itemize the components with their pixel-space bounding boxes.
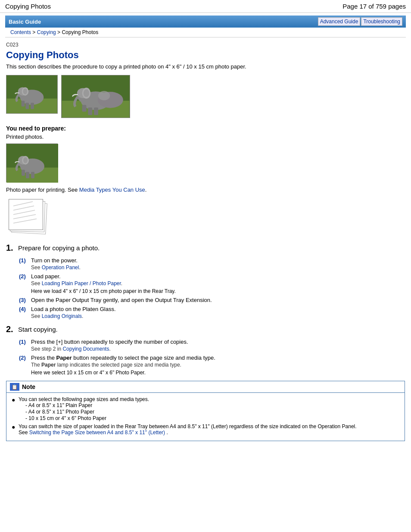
step-1-1-num: (1) <box>19 257 28 264</box>
step-1-4: (4) Load a photo on the Platen Glass. Se… <box>19 306 405 319</box>
step-2-2-text: Press the Paper button repeatedly to sel… <box>31 355 215 361</box>
note-sub-1: - A4 or 8.5" x 11" Plain Paper <box>25 402 149 408</box>
svg-line-35 <box>13 210 35 215</box>
note-bullet-2: ● You can switch the size of paper loade… <box>12 423 399 436</box>
step-2-num: 2. <box>6 324 15 334</box>
photo-paper-text: Photo paper for printing. See Media Type… <box>6 187 405 193</box>
step-1-num: 1. <box>6 243 15 253</box>
svg-rect-17 <box>82 105 87 112</box>
svg-point-19 <box>84 89 90 97</box>
nav-bar: Basic Guide Advanced Guide Troubleshooti… <box>5 16 406 28</box>
svg-rect-6 <box>31 103 34 109</box>
step-2-2-sub1: The Paper lamp indicates the selected pa… <box>31 362 405 368</box>
troubleshooting-link[interactable]: Troubleshooting <box>361 17 402 26</box>
svg-line-37 <box>13 219 37 223</box>
step-1-3-num: (3) <box>19 297 28 303</box>
breadcrumb-copying[interactable]: Copying <box>37 29 56 35</box>
advanced-guide-link[interactable]: Advanced Guide <box>318 17 361 26</box>
note-box: 📋 Note ● You can select the following pa… <box>6 381 405 441</box>
page-header: Copying Photos Page 17 of 759 pages <box>0 0 411 13</box>
photo-thumb-2 <box>61 75 130 118</box>
loading-originals-link[interactable]: Loading Originals <box>42 313 82 319</box>
breadcrumb: Contents > Copying > Copying Photos <box>5 28 406 37</box>
photo-thumb-1 <box>6 75 58 114</box>
step-1-4-text: Load a photo on the Platen Glass. <box>31 306 116 312</box>
prepare-item: Printed photos. <box>6 134 405 140</box>
note-header: 📋 Note <box>6 381 405 393</box>
step-1-1-text: Turn on the power. <box>31 257 78 264</box>
paper-stack <box>6 197 49 236</box>
page-number: Page 17 of 759 pages <box>342 3 406 10</box>
single-photo <box>6 143 58 182</box>
svg-rect-28 <box>26 172 29 178</box>
nav-links: Advanced Guide Troubleshooting <box>318 17 402 26</box>
svg-rect-5 <box>25 103 29 109</box>
note-bullet-1: ● You can select the following page size… <box>12 396 399 422</box>
breadcrumb-current: Copying Photos <box>62 29 98 35</box>
svg-rect-16 <box>94 107 98 115</box>
step-1-2: (2) Load paper. See Loading Plain Paper … <box>19 273 405 294</box>
step-1-3-text: Open the Paper Output Tray gently, and o… <box>31 297 212 303</box>
step-1: 1. Prepare for copying a photo. <box>6 243 405 253</box>
step-2-1-text: Press the [+] button repeatedly to speci… <box>31 339 188 345</box>
step-1-1-sub: See Operation Panel. <box>31 264 405 271</box>
step-1-2-note: Here we load 4" x 6" / 10 x 15 cm photo … <box>31 288 405 294</box>
main-content: C023 Copying Photos This section describ… <box>0 37 411 445</box>
step-1-2-sub: See Loading Plain Paper / Photo Paper. <box>31 280 405 286</box>
svg-point-22 <box>98 91 110 100</box>
switching-page-size-link[interactable]: Switching the Page Size between A4 and 8… <box>29 429 165 436</box>
page-title: Copying Photos <box>5 3 51 10</box>
step-1-1: (1) Turn on the power. See Operation Pan… <box>19 257 405 271</box>
media-types-link[interactable]: Media Types You Can Use <box>79 187 145 193</box>
step-2-2: (2) Press the Paper button repeatedly to… <box>19 355 405 376</box>
svg-rect-15 <box>88 107 92 115</box>
svg-line-36 <box>13 215 36 219</box>
breadcrumb-contents[interactable]: Contents <box>10 29 31 35</box>
note-sub-2: - A4 or 8.5" x 11" Photo Paper <box>25 409 149 415</box>
note-icon: 📋 <box>10 383 19 391</box>
step-2-2-note: Here we select 10 x 15 cm or 4" x 6" Pho… <box>31 370 405 376</box>
loading-paper-link[interactable]: Loading Plain Paper / Photo Paper <box>42 280 121 286</box>
svg-line-33 <box>13 202 33 206</box>
step-2: 2. Start copying. <box>6 324 405 334</box>
step-1-4-num: (4) <box>19 306 28 312</box>
svg-point-9 <box>23 88 27 94</box>
step-1-4-sub: See Loading Originals. <box>31 313 405 319</box>
svg-rect-29 <box>31 172 34 178</box>
step-1-3: (3) Open the Paper Output Tray gently, a… <box>19 297 405 303</box>
basic-guide-label: Basic Guide <box>9 19 41 25</box>
svg-rect-7 <box>22 101 25 107</box>
svg-point-32 <box>23 157 28 163</box>
note-content: ● You can select the following page size… <box>6 393 405 441</box>
step-2-1: (1) Press the [+] button repeatedly to s… <box>19 339 405 352</box>
intro-text: This section describes the procedure to … <box>6 63 405 70</box>
step-1-2-text: Load paper. <box>31 273 61 280</box>
step-1-text: Prepare for copying a photo. <box>18 243 100 252</box>
step-2-text: Start copying. <box>18 324 58 333</box>
prepare-title: You need to prepare: <box>6 125 405 132</box>
note-title: Note <box>22 383 35 390</box>
svg-line-34 <box>13 206 34 210</box>
copying-documents-link[interactable]: Copying Documents <box>62 346 109 352</box>
section-title: Copying Photos <box>6 50 405 61</box>
section-code: C023 <box>6 42 405 48</box>
step-1-2-num: (2) <box>19 273 28 280</box>
note-sub-3: - 10 x 15 cm or 4" x 6" Photo Paper <box>25 415 149 421</box>
step-2-1-sub: See step 2 in Copying Documents. <box>31 346 405 352</box>
step-2-1-num: (1) <box>19 339 28 345</box>
photo-row-main <box>6 75 405 118</box>
step-2-2-num: (2) <box>19 355 28 361</box>
svg-rect-30 <box>22 170 25 176</box>
operation-panel-link[interactable]: Operation Panel <box>42 264 79 271</box>
